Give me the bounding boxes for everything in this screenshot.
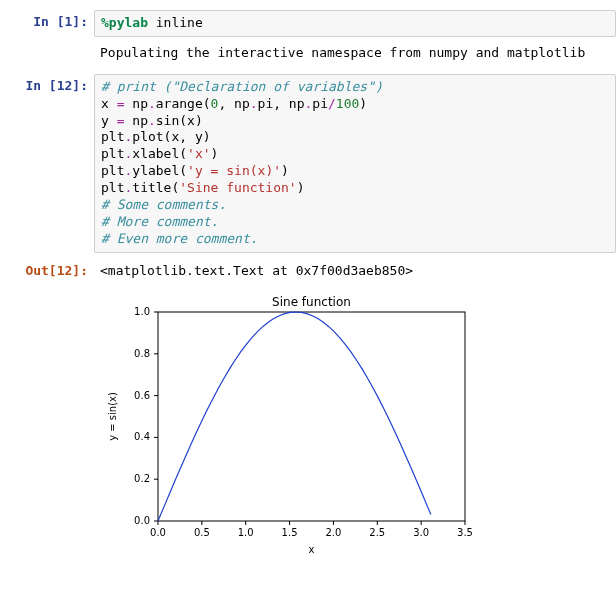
x-tick-label: 2.5 <box>369 527 385 538</box>
code-token: np <box>124 113 147 128</box>
cell-out-12: Out[12]: <matplotlib.text.Text at 0x7f00… <box>0 259 616 284</box>
code-token: plt <box>101 129 124 144</box>
x-axis-label: x <box>309 544 315 555</box>
empty-prompt <box>0 41 94 66</box>
stream-output-1: Populating the interactive namespace fro… <box>94 41 591 66</box>
code-token: ) <box>211 146 219 161</box>
code-token: . <box>148 96 156 111</box>
y-tick-label: 0.0 <box>134 515 150 526</box>
code-input-1[interactable]: %pylab inline <box>94 10 616 37</box>
code-token: # Some comments. <box>101 197 226 212</box>
chart-title: Sine function <box>272 295 351 309</box>
y-tick-label: 1.0 <box>134 306 150 317</box>
code-token: x <box>101 96 117 111</box>
code-token: ) <box>297 180 305 195</box>
in-prompt-1: In [1]: <box>0 10 94 37</box>
code-token: ylabel( <box>132 163 187 178</box>
code-token: xlabel( <box>132 146 187 161</box>
code-input-12[interactable]: # print ("Declaration of variables") x =… <box>94 74 616 253</box>
code-token: sin(x) <box>156 113 203 128</box>
code-token: ) <box>359 96 367 111</box>
y-tick-label: 0.2 <box>134 473 150 484</box>
x-tick-label: 2.0 <box>325 527 341 538</box>
code-token: arange( <box>156 96 211 111</box>
code-token: pi, np <box>258 96 305 111</box>
figure-output: Sine function0.00.51.01.52.02.53.03.50.0… <box>94 288 486 565</box>
code-token: # Even more comment. <box>101 231 258 246</box>
code-token: plt <box>101 146 124 161</box>
out-text-12: <matplotlib.text.Text at 0x7f00d3aeb850> <box>94 259 616 284</box>
code-token: plot(x, y) <box>132 129 210 144</box>
code-token: 'y = sin(x)' <box>187 163 281 178</box>
x-tick-label: 0.0 <box>150 527 166 538</box>
code-token: . <box>250 96 258 111</box>
code-token: plt <box>101 180 124 195</box>
cell-figure-12: Sine function0.00.51.01.52.02.53.03.50.0… <box>0 288 616 565</box>
x-tick-label: 1.0 <box>238 527 254 538</box>
code-token: 100 <box>336 96 359 111</box>
code-token: ) <box>281 163 289 178</box>
code-token: %pylab <box>101 15 148 30</box>
in-prompt-12: In [12]: <box>0 74 94 253</box>
code-token: plt <box>101 163 124 178</box>
x-tick-label: 0.5 <box>194 527 210 538</box>
code-token: np <box>124 96 147 111</box>
code-token: / <box>328 96 336 111</box>
code-token: title( <box>132 180 179 195</box>
code-token: # More comment. <box>101 214 218 229</box>
y-axis-label: y = sin(x) <box>107 392 118 441</box>
cell-in-1: In [1]: %pylab inline <box>0 10 616 37</box>
x-tick-label: 3.0 <box>413 527 429 538</box>
cell-stream-1: Populating the interactive namespace fro… <box>0 41 616 66</box>
series-line <box>158 312 431 521</box>
y-tick-label: 0.6 <box>134 389 150 400</box>
code-token: inline <box>148 15 203 30</box>
code-token: # print ("Declaration of variables") <box>101 79 383 94</box>
code-token: 'x' <box>187 146 210 161</box>
code-token: 'Sine function' <box>179 180 296 195</box>
x-tick-label: 3.5 <box>457 527 473 538</box>
code-token: pi <box>312 96 328 111</box>
out-prompt-12: Out[12]: <box>0 259 94 284</box>
x-tick-label: 1.5 <box>282 527 298 538</box>
empty-prompt <box>0 288 94 565</box>
code-token: . <box>148 113 156 128</box>
y-tick-label: 0.4 <box>134 431 150 442</box>
code-token: , np <box>218 96 249 111</box>
y-tick-label: 0.8 <box>134 347 150 358</box>
code-token: y <box>101 113 117 128</box>
sine-chart: Sine function0.00.51.01.52.02.53.03.50.0… <box>100 294 480 559</box>
cell-in-12: In [12]: # print ("Declaration of variab… <box>0 74 616 253</box>
